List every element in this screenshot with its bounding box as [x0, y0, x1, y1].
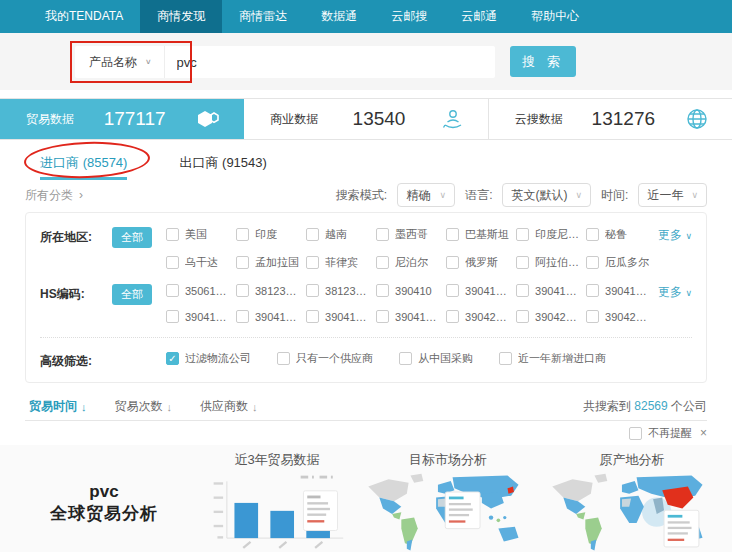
- search-bar: 产品名称 ∨: [75, 46, 495, 78]
- advanced-option-new-importers[interactable]: 近一年新增进口商: [499, 351, 606, 366]
- checkbox-icon[interactable]: [586, 310, 599, 323]
- search-input[interactable]: [165, 46, 495, 78]
- checkbox-icon[interactable]: [166, 256, 179, 269]
- hs-code-option[interactable]: 39041099: [376, 310, 442, 323]
- stat-cloud-search-data[interactable]: 云搜数据 131276: [489, 99, 732, 139]
- checkbox-icon[interactable]: [499, 352, 512, 365]
- region-option[interactable]: 阿拉伯联合...: [516, 255, 582, 270]
- region-option[interactable]: 厄瓜多尔: [586, 255, 652, 270]
- sort-by-supplier-count[interactable]: 供应商数 ↓: [196, 398, 282, 415]
- sort-bar: 贸易时间 ↓ 贸易次数 ↓ 供应商数 ↓ 共搜索到 82569 个公司: [25, 393, 707, 421]
- search-button[interactable]: 搜 索: [510, 46, 576, 77]
- tab-exporters[interactable]: 出口商 (91543): [179, 154, 266, 180]
- checkbox-icon[interactable]: [277, 352, 290, 365]
- checkbox-icon[interactable]: [376, 310, 389, 323]
- hs-code-option[interactable]: 38123900: [236, 284, 302, 297]
- nav-item-cloud-mail[interactable]: 云邮通: [444, 0, 514, 33]
- trade-analysis-banner[interactable]: pvc 全球贸易分析 近3年贸易数据: [0, 445, 732, 552]
- language-select[interactable]: 英文(默认) ∨: [502, 183, 591, 207]
- region-option[interactable]: 俄罗斯: [446, 255, 512, 270]
- hs-code-option[interactable]: 39042220: [586, 310, 652, 323]
- time-range-select[interactable]: 近一年 ∨: [638, 183, 707, 207]
- nav-item-business-radar[interactable]: 商情雷达: [222, 0, 304, 33]
- hs-code-option[interactable]: 39041003: [516, 284, 582, 297]
- checkbox-icon[interactable]: [446, 310, 459, 323]
- region-option[interactable]: 菲律宾: [306, 255, 372, 270]
- checkbox-icon[interactable]: [446, 284, 459, 297]
- checkbox-icon[interactable]: [306, 228, 319, 241]
- checkbox-icon[interactable]: [166, 310, 179, 323]
- checkbox-icon[interactable]: [446, 228, 459, 241]
- hs-code-option[interactable]: 39042201: [516, 310, 582, 323]
- region-option[interactable]: 巴基斯坦: [446, 227, 512, 242]
- checkbox-icon[interactable]: [166, 228, 179, 241]
- language-label: 语言:: [465, 187, 492, 204]
- region-option[interactable]: 秘鲁: [586, 227, 652, 242]
- stat-business-data[interactable]: 商业数据 13540: [244, 99, 488, 139]
- dont-remind-checkbox[interactable]: [629, 427, 642, 440]
- checkbox-icon[interactable]: [306, 256, 319, 269]
- checkbox-icon[interactable]: [376, 256, 389, 269]
- checkbox-icon[interactable]: [586, 256, 599, 269]
- checkbox-icon[interactable]: [166, 284, 179, 297]
- checkbox-icon[interactable]: [399, 352, 412, 365]
- region-option[interactable]: 越南: [306, 227, 372, 242]
- region-all-button[interactable]: 全部: [112, 227, 152, 248]
- sort-by-trade-time[interactable]: 贸易时间 ↓: [25, 398, 111, 415]
- nav-item-business-discovery[interactable]: 商情发现: [140, 0, 222, 33]
- region-option[interactable]: 美国: [166, 227, 232, 242]
- hs-code-option[interactable]: 35061000: [166, 284, 232, 297]
- hs-code-more-link[interactable]: 更多 ∨: [658, 284, 692, 301]
- region-more-link[interactable]: 更多 ∨: [658, 227, 692, 244]
- nav-item-cloud-mail-search[interactable]: 云邮搜: [374, 0, 444, 33]
- region-option[interactable]: 墨西哥: [376, 227, 442, 242]
- checkbox-icon[interactable]: [376, 228, 389, 241]
- region-option[interactable]: 孟加拉国: [236, 255, 302, 270]
- hs-code-option[interactable]: 39041092: [306, 310, 372, 323]
- nav-item-data-link[interactable]: 数据通: [304, 0, 374, 33]
- all-categories-link[interactable]: 所有分类 ›: [25, 187, 83, 204]
- region-option[interactable]: 印度尼西亚: [516, 227, 582, 242]
- hs-code-option[interactable]: 39041020: [166, 310, 232, 323]
- checkbox-icon[interactable]: [516, 284, 529, 297]
- hs-code-all-button[interactable]: 全部: [112, 284, 152, 305]
- region-option[interactable]: 乌干达: [166, 255, 232, 270]
- search-mode-select[interactable]: 精确 ∨: [397, 183, 455, 207]
- checkbox-icon[interactable]: [516, 228, 529, 241]
- advanced-options: ✓ 过滤物流公司 只有一个供应商 从中国采购 近一年新增进口商: [166, 351, 606, 366]
- advanced-option-buy-from-china[interactable]: 从中国采购: [399, 351, 473, 366]
- hs-code-label: HS编码:: [40, 284, 112, 303]
- hs-code-option[interactable]: 39041010: [586, 284, 652, 297]
- checkbox-icon[interactable]: [236, 310, 249, 323]
- nav-item-help-center[interactable]: 帮助中心: [514, 0, 596, 33]
- checkbox-icon[interactable]: [236, 228, 249, 241]
- checkbox-icon[interactable]: [516, 256, 529, 269]
- sort-by-trade-count[interactable]: 贸易次数 ↓: [111, 398, 197, 415]
- advanced-option-single-supplier[interactable]: 只有一个供应商: [277, 351, 373, 366]
- checkbox-icon[interactable]: [516, 310, 529, 323]
- checkbox-icon[interactable]: [586, 228, 599, 241]
- checkbox-icon[interactable]: [306, 284, 319, 297]
- region-option[interactable]: 尼泊尔: [376, 255, 442, 270]
- close-icon[interactable]: ×: [700, 426, 707, 440]
- search-field-dropdown[interactable]: 产品名称 ∨: [75, 46, 165, 78]
- hs-code-option[interactable]: 38123990: [306, 284, 372, 297]
- tab-importers[interactable]: 进口商 (85574): [40, 154, 127, 180]
- arrow-down-icon: ↓: [81, 401, 87, 413]
- hs-code-option[interactable]: 390410: [376, 284, 442, 297]
- checkbox-icon[interactable]: [306, 310, 319, 323]
- advanced-option-filter-logistics[interactable]: ✓ 过滤物流公司: [166, 351, 251, 366]
- checkbox-icon[interactable]: [376, 284, 389, 297]
- nav-item-my-tendata[interactable]: 我的TENDATA: [28, 0, 140, 33]
- hs-code-filter-row: HS编码: 全部 35061000 38123900 38123990 3904…: [40, 284, 692, 323]
- checkbox-icon[interactable]: [446, 256, 459, 269]
- stat-trade-data[interactable]: 贸易数据 177117: [0, 99, 244, 139]
- checkbox-icon[interactable]: [236, 256, 249, 269]
- region-option[interactable]: 印度: [236, 227, 302, 242]
- checkbox-checked-icon[interactable]: ✓: [166, 352, 179, 365]
- checkbox-icon[interactable]: [586, 284, 599, 297]
- hs-code-option[interactable]: 39041000: [446, 284, 512, 297]
- checkbox-icon[interactable]: [236, 284, 249, 297]
- hs-code-option[interactable]: 39041090: [236, 310, 302, 323]
- hs-code-option[interactable]: 39042200: [446, 310, 512, 323]
